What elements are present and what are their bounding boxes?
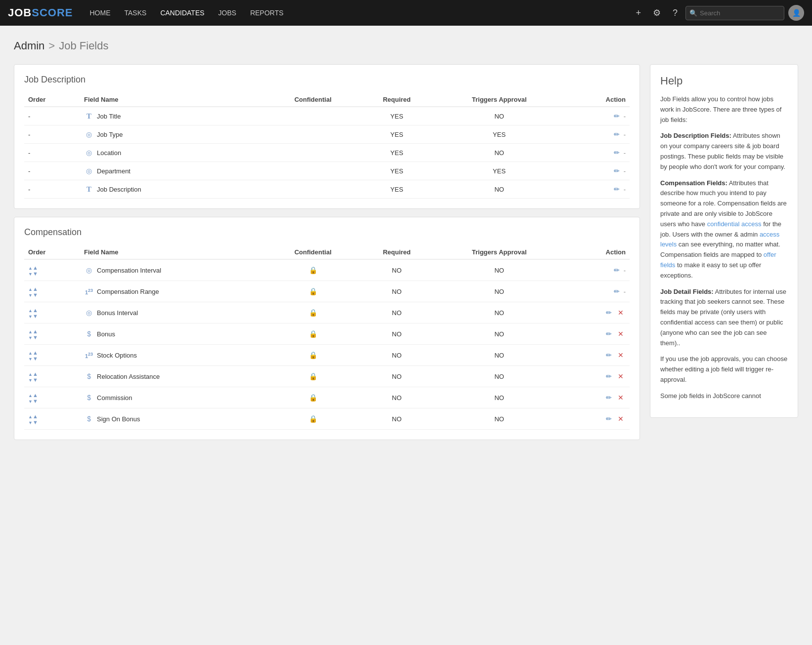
order-cell[interactable]: ▲ ▼ <box>24 302 80 323</box>
edit-button[interactable]: ✏ <box>612 265 622 275</box>
triggers-cell: NO <box>434 366 564 387</box>
nav-candidates[interactable]: CANDIDATES <box>155 6 209 20</box>
delete-button[interactable]: ✕ <box>616 414 626 424</box>
delete-button[interactable]: ✕ <box>616 350 626 360</box>
breadcrumb-separator: > <box>48 40 55 52</box>
logo[interactable]: JOBSCORE <box>8 6 73 19</box>
sort-down-icon[interactable]: ▼ <box>28 377 38 383</box>
sort-handle[interactable]: ▲ ▼ <box>28 286 38 298</box>
edit-button[interactable]: ✏ <box>612 286 622 296</box>
sort-handle[interactable]: ▲ ▼ <box>28 413 38 425</box>
sort-up-icon[interactable]: ▲ <box>28 286 38 292</box>
sort-up-icon[interactable]: ▲ <box>28 307 38 313</box>
sort-down-icon[interactable]: ▼ <box>28 398 38 404</box>
order-cell[interactable]: ▲ ▼ <box>24 281 80 302</box>
sort-down-icon[interactable]: ▼ <box>28 419 38 425</box>
dash-action: - <box>624 267 626 274</box>
field-name-label: Bonus <box>97 330 115 338</box>
action-cell: ✏ - <box>564 259 630 281</box>
sort-handle[interactable]: ▲ ▼ <box>28 392 38 404</box>
required-cell: NO <box>359 281 434 302</box>
fieldname-cell: $ Bonus <box>80 323 266 345</box>
confidential-cell: 🔒 <box>266 259 359 281</box>
sort-up-icon[interactable]: ▲ <box>28 371 38 377</box>
sort-up-icon[interactable]: ▲ <box>28 350 38 356</box>
edit-button[interactable]: ✏ <box>612 129 622 139</box>
field-name-label: Department <box>97 167 130 175</box>
edit-button[interactable]: ✏ <box>604 414 614 424</box>
sort-down-icon[interactable]: ▼ <box>28 334 38 340</box>
edit-button[interactable]: ✏ <box>604 308 614 318</box>
edit-button[interactable]: ✏ <box>612 166 622 176</box>
required-cell: NO <box>359 302 434 323</box>
help-link-access-levels[interactable]: access levels <box>660 231 779 248</box>
fieldname-cell: 123 Stock Options <box>80 345 266 366</box>
sort-up-icon[interactable]: ▲ <box>28 392 38 398</box>
sort-handle[interactable]: ▲ ▼ <box>28 265 38 277</box>
lock-icon: 🔒 <box>309 415 317 423</box>
order-cell[interactable]: ▲ ▼ <box>24 366 80 387</box>
nav-home[interactable]: HOME <box>85 6 116 20</box>
nav-tasks[interactable]: TASKS <box>120 6 152 20</box>
edit-button[interactable]: ✏ <box>604 371 614 381</box>
sort-handle[interactable]: ▲ ▼ <box>28 307 38 319</box>
sort-handle[interactable]: ▲ ▼ <box>28 371 38 383</box>
sort-up-icon[interactable]: ▲ <box>28 413 38 419</box>
field-name-label: Stock Options <box>97 352 137 359</box>
edit-button[interactable]: ✏ <box>612 184 622 194</box>
sort-handle[interactable]: ▲ ▼ <box>28 350 38 362</box>
fieldname-cell: $ Sign On Bonus <box>80 408 266 430</box>
order-cell[interactable]: ▲ ▼ <box>24 259 80 281</box>
help-link-offer-fields[interactable]: offer fields <box>660 251 776 269</box>
fieldname-cell: ◎ Bonus Interval <box>80 302 266 323</box>
order-cell[interactable]: ▲ ▼ <box>24 387 80 408</box>
edit-button[interactable]: ✏ <box>604 393 614 403</box>
order-cell[interactable]: ▲ ▼ <box>24 345 80 366</box>
lock-icon: 🔒 <box>309 266 317 274</box>
sort-down-icon[interactable]: ▼ <box>28 271 38 277</box>
table-row: - ◎ Department YES YES ✏ - <box>24 162 630 180</box>
help-link-confidential[interactable]: confidential access <box>707 220 762 228</box>
edit-button[interactable]: ✏ <box>612 111 622 121</box>
triggers-cell: NO <box>434 387 564 408</box>
nav-jobs[interactable]: JOBS <box>214 6 242 20</box>
delete-button[interactable]: ✕ <box>616 371 626 381</box>
sort-down-icon[interactable]: ▼ <box>28 292 38 298</box>
sort-handle[interactable]: ▲ ▼ <box>28 328 38 340</box>
triggers-cell: YES <box>434 162 564 180</box>
delete-button[interactable]: ✕ <box>616 393 626 403</box>
sort-up-icon[interactable]: ▲ <box>28 328 38 334</box>
order-cell: - <box>24 107 80 125</box>
search-input[interactable] <box>685 6 784 20</box>
field-icon: ◎ <box>84 308 94 318</box>
fieldname-cell: $ Commission <box>80 387 266 408</box>
edit-button[interactable]: ✏ <box>604 329 614 339</box>
edit-button[interactable]: ✏ <box>604 350 614 360</box>
action-cell: ✏ - <box>564 125 630 144</box>
required-cell: YES <box>359 125 434 144</box>
sort-down-icon[interactable]: ▼ <box>28 356 38 362</box>
sort-down-icon[interactable]: ▼ <box>28 313 38 319</box>
action-cell: ✏ ✕ <box>564 366 630 387</box>
field-icon: ◎ <box>84 166 94 176</box>
fieldname-cell: ◎ Job Type <box>80 125 266 144</box>
help-button[interactable]: ? <box>669 5 682 21</box>
action-cell: ✏ ✕ <box>564 387 630 408</box>
comp-th-fieldname: Field Name <box>80 245 266 259</box>
order-cell[interactable]: ▲ ▼ <box>24 323 80 345</box>
edit-button[interactable]: ✏ <box>612 148 622 158</box>
avatar[interactable]: 👤 <box>788 5 804 21</box>
order-cell[interactable]: ▲ ▼ <box>24 408 80 430</box>
confidential-cell: 🔒 <box>266 281 359 302</box>
delete-button[interactable]: ✕ <box>616 308 626 318</box>
confidential-cell: 🔒 <box>266 408 359 430</box>
nav-reports[interactable]: REPORTS <box>245 6 288 20</box>
settings-button[interactable]: ⚙ <box>649 4 665 21</box>
add-button[interactable]: + <box>632 5 645 21</box>
left-column: Job Description Order Field Name Confide… <box>14 64 640 440</box>
delete-button[interactable]: ✕ <box>616 329 626 339</box>
sort-up-icon[interactable]: ▲ <box>28 265 38 271</box>
th-confidential: Confidential <box>266 93 359 107</box>
table-row: - T Job Description YES NO ✏ - <box>24 180 630 199</box>
breadcrumb: Admin > Job Fields <box>14 40 798 52</box>
